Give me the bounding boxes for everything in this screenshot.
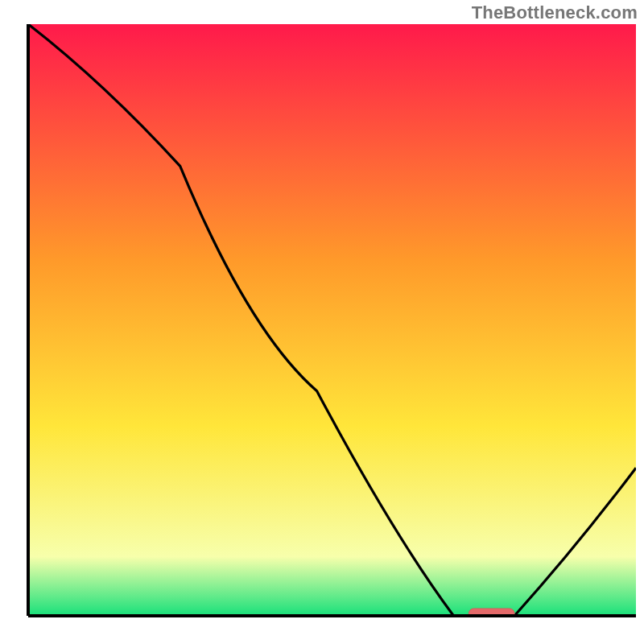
bottleneck-chart: TheBottleneck.com (0, 0, 644, 644)
watermark-text: TheBottleneck.com (472, 2, 638, 23)
optimal-marker (469, 609, 514, 619)
plot-svg (0, 0, 644, 644)
gradient-background (28, 24, 636, 616)
